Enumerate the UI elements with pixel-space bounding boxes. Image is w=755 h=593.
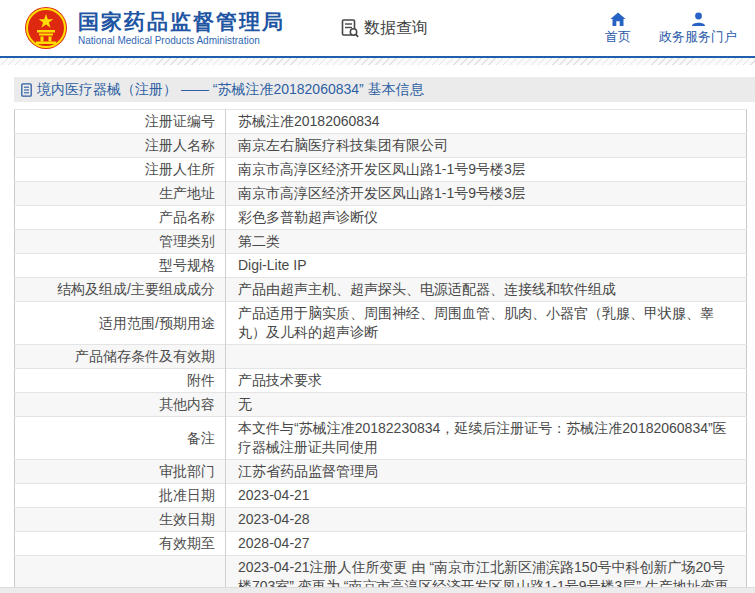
nav-home-label: 首页: [605, 29, 631, 45]
table-row: 适用范围/预期用途产品适用于脑实质、周围神经、周围血管、肌肉、小器官（乳腺、甲状…: [15, 302, 747, 345]
footer-strip: [0, 587, 755, 593]
table-row: 审批部门江苏省药品监督管理局: [15, 460, 747, 484]
table-row: 生产地址南京市高淳区经济开发区凤山路1-1号9号楼3层: [15, 182, 747, 206]
row-value: 2023-04-21: [226, 484, 747, 508]
table-row: 管理类别第二类: [15, 230, 747, 254]
national-emblem-logo: [24, 6, 68, 50]
page: 国家药品监督管理局 National Medical Products Admi…: [0, 0, 755, 593]
row-value: 2023-04-28: [226, 508, 747, 532]
row-label: 注册人住所: [15, 158, 226, 182]
row-label: 注册人名称: [15, 134, 226, 158]
home-icon: [610, 12, 626, 27]
agency-name-en: National Medical Products Administration: [78, 34, 285, 47]
table-row: 产品名称彩色多普勒超声诊断仪: [15, 206, 747, 230]
row-label: 产品储存条件及有效期: [15, 345, 226, 369]
data-query-tab[interactable]: 数据查询: [340, 18, 428, 39]
table-row: 注册人住所南京市高淳区经济开发区凤山路1-1号9号楼3层: [15, 158, 747, 182]
row-value: [226, 345, 747, 369]
agency-title-block: 国家药品监督管理局 National Medical Products Admi…: [78, 10, 285, 47]
row-value: 彩色多普勒超声诊断仪: [226, 206, 747, 230]
table-row: 注册证编号苏械注准20182060834: [15, 110, 747, 134]
agency-name-zh: 国家药品监督管理局: [78, 10, 285, 34]
table-row: 产品储存条件及有效期: [15, 345, 747, 369]
row-label: 备注: [15, 417, 226, 460]
row-label: 结构及组成/主要组成成分: [15, 278, 226, 302]
row-label: 审批部门: [15, 460, 226, 484]
row-value: 江苏省药品监督管理局: [226, 460, 747, 484]
table-row: 结构及组成/主要组成成分产品由超声主机、超声探头、电源适配器、连接线和软件组成: [15, 278, 747, 302]
row-value: 产品技术要求: [226, 369, 747, 393]
header-nav: 首页 政务服务门户: [605, 12, 737, 45]
page-title: 境内医疗器械（注册） —— “苏械注准20182060834” 基本信息: [37, 81, 424, 99]
row-value: 苏械注准20182060834: [226, 110, 747, 134]
row-value: 无: [226, 393, 747, 417]
row-label: 注册证编号: [15, 110, 226, 134]
header-hatch-divider: [0, 58, 755, 65]
row-value: 产品适用于脑实质、周围神经、周围血管、肌肉、小器官（乳腺、甲状腺、睾丸）及儿科的…: [226, 302, 747, 345]
row-label: 附件: [15, 369, 226, 393]
row-value: 2028-04-27: [226, 532, 747, 556]
nav-home[interactable]: 首页: [605, 12, 631, 45]
table-row: 型号规格Digi-Lite IP: [15, 254, 747, 278]
row-value: Digi-Lite IP: [226, 254, 747, 278]
site-header: 国家药品监督管理局 National Medical Products Admi…: [0, 0, 755, 58]
row-label: 其他内容: [15, 393, 226, 417]
row-value: 南京左右脑医疗科技集团有限公司: [226, 134, 747, 158]
table-row: 备注本文件与“苏械注准20182230834，延续后注册证号：苏械注准20182…: [15, 417, 747, 460]
nav-gov-portal[interactable]: 政务服务门户: [659, 12, 737, 45]
row-value: 产品由超声主机、超声探头、电源适配器、连接线和软件组成: [226, 278, 747, 302]
table-row: 生效日期2023-04-28: [15, 508, 747, 532]
row-value: 本文件与“苏械注准20182230834，延续后注册证号：苏械注准2018206…: [226, 417, 747, 460]
title-bar: 境内医疗器械（注册） —— “苏械注准20182060834” 基本信息: [14, 77, 755, 102]
row-label: 适用范围/预期用途: [15, 302, 226, 345]
table-row: 批准日期2023-04-21: [15, 484, 747, 508]
table-row: 有效期至2028-04-27: [15, 532, 747, 556]
row-label: 产品名称: [15, 206, 226, 230]
table-row: 其他内容无: [15, 393, 747, 417]
document-search-icon: [340, 18, 360, 38]
title-bar-wrap: 境内医疗器械（注册） —— “苏械注准20182060834” 基本信息: [14, 77, 755, 102]
row-label: 有效期至: [15, 532, 226, 556]
document-icon: [21, 83, 32, 97]
nav-gov-portal-label: 政务服务门户: [659, 29, 737, 45]
info-table-body: 注册证编号苏械注准20182060834注册人名称南京左右脑医疗科技集团有限公司…: [15, 110, 747, 593]
row-value: 第二类: [226, 230, 747, 254]
data-query-label: 数据查询: [364, 18, 428, 39]
table-row: 注册人名称南京左右脑医疗科技集团有限公司: [15, 134, 747, 158]
table-row: 附件产品技术要求: [15, 369, 747, 393]
row-label: 生产地址: [15, 182, 226, 206]
person-icon: [691, 12, 706, 27]
row-label: 型号规格: [15, 254, 226, 278]
row-label: 生效日期: [15, 508, 226, 532]
info-table: 注册证编号苏械注准20182060834注册人名称南京左右脑医疗科技集团有限公司…: [14, 109, 747, 593]
row-value: 南京市高淳区经济开发区凤山路1-1号9号楼3层: [226, 158, 747, 182]
row-label: 批准日期: [15, 484, 226, 508]
row-value: 南京市高淳区经济开发区凤山路1-1号9号楼3层: [226, 182, 747, 206]
row-label: 管理类别: [15, 230, 226, 254]
